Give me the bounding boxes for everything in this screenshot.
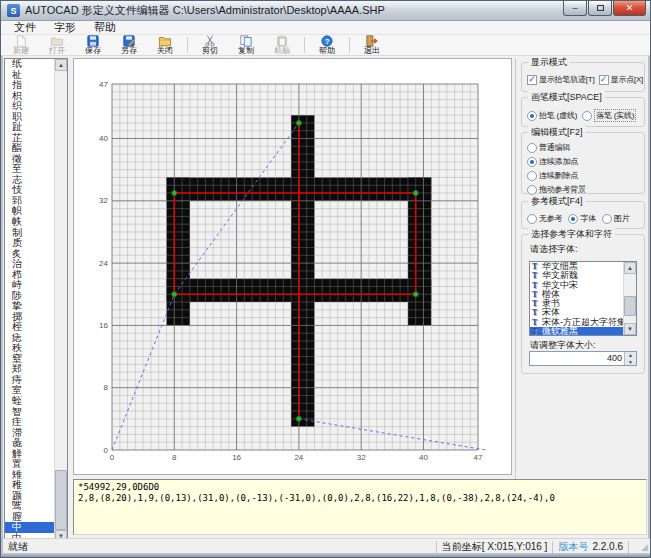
group-title: 画笔模式[SPACE] xyxy=(528,91,605,104)
group-title: 编辑模式[F2] xyxy=(528,126,586,139)
font-listbox[interactable]: T华文细黑T华文新魏T华文中宋T楷体T隶书T宋体T宋体-方正超大字符集T微软雅黑… xyxy=(529,261,637,336)
checkbox-checked-icon: ✓ xyxy=(527,75,537,85)
char-list-item[interactable]: 质 xyxy=(5,238,54,249)
edit-add-points-radio[interactable]: 连续添加点 xyxy=(527,156,586,167)
truetype-icon: T xyxy=(532,318,542,327)
cut-button[interactable]: 剪切 xyxy=(192,35,228,55)
resize-grip[interactable]: ◢ xyxy=(634,542,648,552)
ref-image-radio[interactable]: 图片 xyxy=(602,213,630,224)
scroll-up-arrow[interactable]: ▲ xyxy=(624,262,636,274)
app-window: S AUTOCAD 形定义文件编辑器 C:\Users\Administrato… xyxy=(0,0,651,558)
copy-button[interactable]: 复制 xyxy=(228,35,264,55)
close-file-button[interactable]: 关闭 xyxy=(147,35,183,55)
radio-off-icon xyxy=(527,171,537,181)
svg-text:32: 32 xyxy=(99,196,108,205)
pen-up-radio[interactable]: 抬笔 (虚线) xyxy=(527,109,577,122)
font-size-value[interactable]: 400 xyxy=(607,353,622,363)
group-title: 显示模式 xyxy=(528,56,570,69)
toolbar-separator xyxy=(304,37,305,53)
canvas-panel: 081624324047081624324047 xyxy=(73,58,512,475)
edit-drag-bg-radio[interactable]: 拖动参考背景 xyxy=(527,184,586,195)
exit-button[interactable]: 退出 xyxy=(354,35,390,55)
font-list-item[interactable]: T微软雅黑 xyxy=(530,327,625,335)
group-title: 参考模式[F4] xyxy=(528,195,586,208)
shape-data-editor[interactable]: *54992,29,0D6D0 2,8,(8,20),1,9,(0,13),(3… xyxy=(73,479,647,535)
radio-on-icon xyxy=(568,214,578,224)
edit-normal-radio[interactable]: 普通编辑 xyxy=(527,142,586,153)
char-list-item[interactable]: 帙 xyxy=(5,217,54,228)
toolbar: 新建 打开 保存 另存 关闭 剪切 复制 粘贴 xyxy=(1,35,650,56)
status-version-label: 版本号 xyxy=(558,540,588,554)
char-list-rows: 纸祉指枳织职趾芷酯徵至志忮郅帜帙制质炙治栉峙陟挚掷桎痣秩窒郑痔室蛭智疰滞彘觯置雉… xyxy=(5,59,54,542)
status-version-value: 2.2.0.6 xyxy=(592,541,623,552)
ref-font-radio[interactable]: 字体 xyxy=(568,213,596,224)
edit-delete-points-radio[interactable]: 连续删除点 xyxy=(527,170,586,181)
maximize-button[interactable] xyxy=(588,1,612,16)
show-points-checkbox[interactable]: ✓ 显示点[X] xyxy=(599,74,644,85)
new-doc-icon xyxy=(13,35,29,47)
save-as-button[interactable]: 另存 xyxy=(111,35,147,55)
save-button[interactable]: 保存 xyxy=(75,35,111,55)
toolbar-separator xyxy=(349,37,350,53)
font-list-rows: T华文细黑T华文新魏T华文中宋T楷体T隶书T宋体T宋体-方正超大字符集T微软雅黑… xyxy=(530,262,625,335)
svg-text:47: 47 xyxy=(474,453,483,462)
glyph-grid-canvas[interactable]: 081624324047081624324047 xyxy=(74,59,513,476)
svg-text:24: 24 xyxy=(294,453,303,462)
char-list-item[interactable]: 疰 xyxy=(5,417,54,428)
char-listbox[interactable]: 纸祉指枳织职趾芷酯徵至志忮郅帜帙制质炙治栉峙陟挚掷桎痣秩窒郑痔室蛭智疰滞彘觯置雉… xyxy=(4,58,68,543)
font-size-spinner[interactable]: 400 ▲ ▼ xyxy=(529,351,637,366)
close-button[interactable]: ✕ xyxy=(613,1,646,16)
new-button: 新建 xyxy=(3,35,39,55)
pen-mode-group: 画笔模式[SPACE] 抬笔 (虚线) 落笔 (实线) xyxy=(521,97,645,127)
radio-off-icon xyxy=(527,143,537,153)
radio-off-icon xyxy=(602,214,612,224)
reference-mode-group: 参考模式[F4] 无参考 字体 图片 xyxy=(521,201,645,229)
svg-text:16: 16 xyxy=(232,453,241,462)
radio-off-icon xyxy=(527,185,537,195)
display-mode-group: 显示模式 ✓ 显示抬笔轨迹[T] ✓ 显示点[X] xyxy=(521,62,645,92)
ref-none-radio[interactable]: 无参考 xyxy=(527,213,562,224)
char-list-item[interactable]: 纸 xyxy=(5,59,54,70)
truetype-icon: T xyxy=(532,308,542,317)
menubar: 文件 字形 帮助 xyxy=(1,21,650,35)
help-button[interactable]: ? 帮助 xyxy=(309,35,345,55)
svg-text:40: 40 xyxy=(99,134,108,143)
menu-glyph[interactable]: 字形 xyxy=(45,20,85,35)
truetype-icon: T xyxy=(532,281,542,290)
checkbox-checked-icon: ✓ xyxy=(599,75,609,85)
truetype-icon: T xyxy=(532,262,542,271)
statusbar: 就绪 当前坐标[ X:015,Y:016 ] 版本号 2.2.0.6 ◢ xyxy=(3,538,650,554)
paste-button: 粘贴 xyxy=(264,35,300,55)
show-trace-checkbox[interactable]: ✓ 显示抬笔轨迹[T] xyxy=(527,74,595,85)
spin-down-arrow[interactable]: ▼ xyxy=(624,359,636,366)
status-separator xyxy=(628,541,629,553)
shape-header-line: *54992,29,0D6D0 xyxy=(78,482,642,493)
truetype-icon: T xyxy=(532,271,542,280)
font-list-scrollbar[interactable]: ▲ ▼ xyxy=(623,262,636,335)
minimize-button[interactable]: – xyxy=(563,1,587,16)
menu-help[interactable]: 帮助 xyxy=(85,20,125,35)
titlebar: S AUTOCAD 形定义文件编辑器 C:\Users\Administrato… xyxy=(1,1,650,21)
scroll-thumb[interactable] xyxy=(624,296,636,316)
radio-off-icon xyxy=(527,214,537,224)
char-list-scrollbar[interactable]: ▲ ▼ xyxy=(54,59,67,542)
svg-text:16: 16 xyxy=(99,321,108,330)
status-ready: 就绪 xyxy=(8,540,28,554)
pen-down-radio[interactable]: 落笔 (实线) xyxy=(582,109,636,122)
svg-text:0: 0 xyxy=(104,446,109,455)
radio-on-icon xyxy=(527,157,537,167)
group-title: 选择参考字体和字符 xyxy=(528,228,615,241)
font-select-group: 选择参考字体和字符 请选择字体: T华文细黑T华文新魏T华文中宋T楷体T隶书T宋… xyxy=(521,234,645,374)
toolbar-separator xyxy=(187,37,188,53)
svg-text:47: 47 xyxy=(99,80,108,89)
char-list-item[interactable]: 指 xyxy=(5,80,54,91)
char-list-item[interactable]: 蛭 xyxy=(5,396,54,407)
truetype-icon: T xyxy=(532,299,542,308)
scroll-up-arrow[interactable]: ▲ xyxy=(55,59,67,71)
status-coordinates: 当前坐标[ X:015,Y:016 ] xyxy=(442,540,548,554)
radio-on-icon xyxy=(527,111,537,121)
svg-text:32: 32 xyxy=(357,453,366,462)
scroll-down-arrow[interactable]: ▼ xyxy=(624,323,636,335)
menu-file[interactable]: 文件 xyxy=(5,20,45,35)
scroll-thumb[interactable] xyxy=(55,470,67,530)
